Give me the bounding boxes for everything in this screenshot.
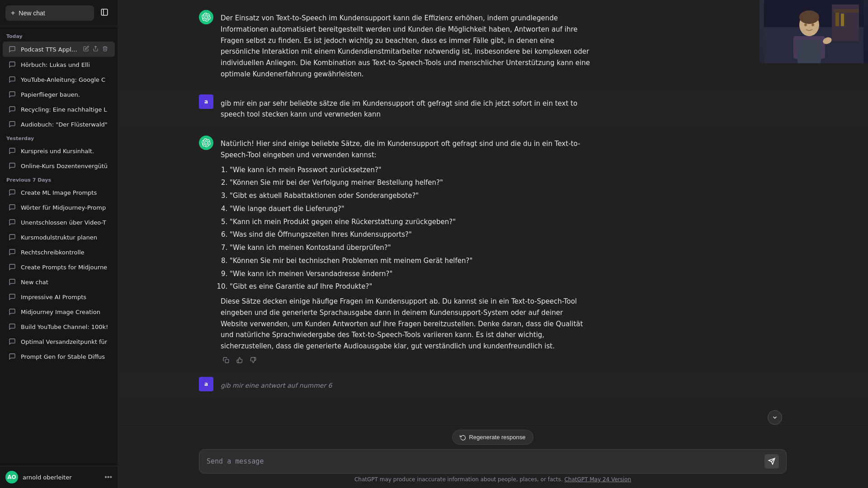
chat-item-p2-label: Wörter für Midjourney-Promp [21,204,109,211]
list-item: "Kann ich mein Produkt gegen eine Rücker… [230,216,591,228]
chat-item-p10[interactable]: Build YouTube Channel: 100k! [3,319,115,334]
chat-item-p11[interactable]: Optimal Versandzeitpunkt für [3,334,115,349]
user-message-1-content: gib mir ein par sehr beliebte sätze die … [221,94,591,124]
main-content: Der Einsatz von Text-to-Speech im Kunden… [118,0,868,488]
partial-top-message-content: Der Einsatz von Text-to-Speech im Kunden… [221,9,591,84]
chat-icon [8,352,16,361]
chat-icon [8,90,16,99]
chat-icon [8,233,16,241]
edit-chat-button[interactable] [82,45,90,54]
chat-item-p9[interactable]: Midjourney Image Creation [3,305,115,319]
chat-item-p12[interactable]: Prompt Gen for Stable Diffus [3,349,115,364]
chat-item-t6[interactable]: Audiobuch: "Der Flüsterwald" [3,117,115,131]
bottom-bar: Regenerate response ChatGPT may produce … [118,424,868,488]
user-profile-area[interactable]: AO arnold oberleiter ••• [0,466,118,488]
chat-item-p5[interactable]: Rechtschreibkontrolle [3,245,115,259]
list-item: "Gibt es eine Garantie auf Ihre Produkte… [230,281,591,292]
share-chat-button[interactable] [91,45,100,54]
user-message-2-text: gib mir eine antwort auf nummer 6 [221,380,591,391]
user-menu-button[interactable]: ••• [104,473,112,481]
sidebar-header: + New chat [0,0,118,26]
assistant-intro-text: Natürlich! Hier sind einige beliebte Sät… [221,138,591,161]
chat-item-t3[interactable]: YouTube-Anleitung: Google C [3,72,115,87]
thumbs-up-button[interactable] [234,356,245,366]
chat-item-p1-label: Create ML Image Prompts [21,189,109,196]
sidebar-toggle-button[interactable] [97,5,112,21]
user-avatar-msg-2: a [199,377,213,391]
chat-item-p9-label: Midjourney Image Creation [21,309,109,315]
sidebar: + New chat Today Podcast TTS Applica [0,0,118,488]
today-section-label: Today [0,30,118,41]
chat-icon [8,248,16,256]
disclaimer-text: ChatGPT may produce inaccurate informati… [199,474,787,484]
chat-icon [8,105,16,113]
svg-rect-11 [834,9,859,13]
svg-rect-13 [841,14,844,26]
chat-item-p4-label: Kursmodulstruktur planen [21,234,109,241]
chat-area: Der Einsatz von Text-to-Speech im Kunden… [118,0,868,424]
assistant-message-1-row: Natürlich! Hier sind einige beliebte Sät… [118,129,868,371]
chat-icon [8,308,16,316]
list-item: "Können Sie mir bei technischen Probleme… [230,255,591,267]
assistant-avatar [199,10,213,24]
chat-icon [8,293,16,301]
chat-item-p3[interactable]: Unentschlossen über Video-T [3,215,115,230]
chat-item-t6-label: Audiobuch: "Der Flüsterwald" [21,121,109,128]
chat-item-p8[interactable]: Impressive AI Prompts [3,290,115,304]
chat-item-p7-label: New chat [21,279,109,286]
user-avatar: AO [5,471,18,483]
list-item: "Wie kann ich mein Passwort zurücksetzen… [230,164,591,176]
svg-rect-0 [101,9,108,15]
chat-item-p4[interactable]: Kursmodulstruktur planen [3,230,115,244]
customer-support-phrases-list: "Wie kann ich mein Passwort zurücksetzen… [221,164,591,293]
chat-item-p12-label: Prompt Gen for Stable Diffus [21,353,109,360]
message-input[interactable] [207,457,760,465]
assistant-message-1-content: Natürlich! Hier sind einige beliebte Sät… [221,135,591,366]
chat-item-p2[interactable]: Wörter für Midjourney-Promp [3,200,115,215]
chat-icon [8,188,16,197]
chat-item-p5-label: Rechtschreibkontrolle [21,249,109,256]
regenerate-button[interactable]: Regenerate response [452,430,533,445]
chat-icon [8,203,16,211]
chat-item-p1[interactable]: Create ML Image Prompts [3,185,115,200]
chat-icon [8,45,16,53]
chat-icon [8,323,16,331]
yesterday-section-label: Yesterday [0,132,118,143]
chat-item-y1[interactable]: Kurspreis und Kursinhalt. [3,144,115,158]
chat-item-t2-label: Hörbuch: Lukas und Elli [21,61,109,68]
chat-icon [8,218,16,226]
svg-rect-15 [225,359,229,363]
delete-chat-button[interactable] [101,45,109,54]
list-item: "Wie kann ich meinen Versandadresse ände… [230,268,591,280]
user-avatar-msg: a [199,94,213,109]
chat-item-p6[interactable]: Create Prompts for Midjourne [3,260,115,274]
new-chat-label: New chat [19,9,45,17]
chat-item-t2[interactable]: Hörbuch: Lukas und Elli [3,57,115,72]
user-message-2-content: gib mir eine antwort auf nummer 6 [221,377,591,394]
sidebar-list: Today Podcast TTS Applica [0,26,118,466]
user-message-2-row: a gib mir eine antwort auf nummer 6 [118,371,868,400]
new-chat-button[interactable]: + New chat [5,5,94,21]
list-item: "Wie lange dauert die Lieferung?" [230,203,591,215]
chat-item-t3-label: YouTube-Anleitung: Google C [21,76,109,83]
chat-item-t4-label: Papierflieger bauen. [21,91,109,98]
disclaimer-link[interactable]: ChatGPT May 24 Version [564,476,631,483]
chat-item-t4[interactable]: Papierflieger bauen. [3,87,115,102]
chat-item-y2-label: Online-Kurs Dozentenvergütü [21,163,109,169]
chat-icon [8,147,16,155]
copy-message-button[interactable] [221,356,231,366]
scroll-down-button[interactable] [768,410,782,425]
thumbs-down-button[interactable] [248,356,259,366]
chat-item-p7[interactable]: New chat [3,275,115,289]
send-button[interactable] [764,454,779,469]
disclaimer-main: ChatGPT may produce inaccurate informati… [354,476,563,483]
chat-item-t1[interactable]: Podcast TTS Applica [3,42,115,57]
plus-icon: + [11,9,15,17]
chat-item-p8-label: Impressive AI Prompts [21,294,109,300]
chat-item-t5-label: Recycling: Eine nachhaltige L [21,106,109,113]
message-actions [221,356,591,366]
chat-item-p11-label: Optimal Versandzeitpunkt für [21,338,109,345]
chat-item-y2[interactable]: Online-Kurs Dozentenvergütü [3,159,115,173]
previous7-section-label: Previous 7 Days [0,174,118,185]
chat-item-t5[interactable]: Recycling: Eine nachhaltige L [3,102,115,117]
